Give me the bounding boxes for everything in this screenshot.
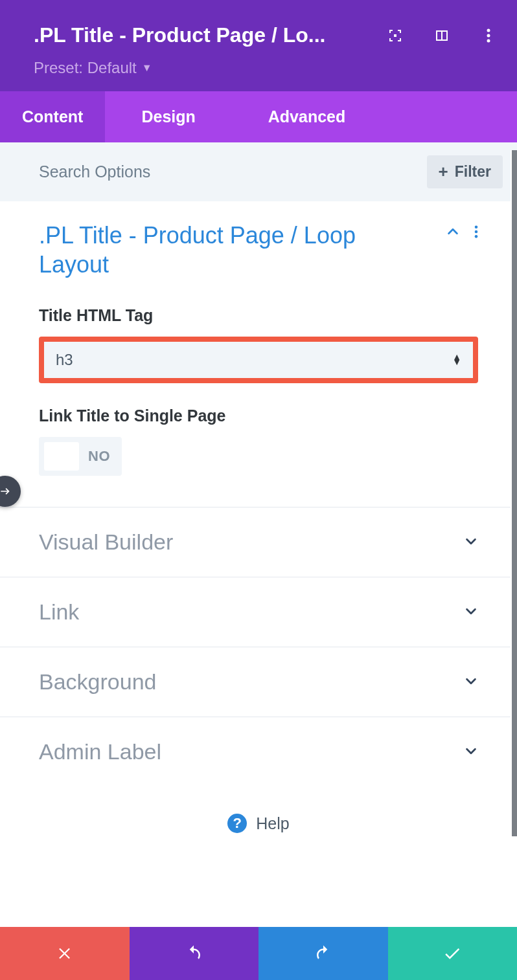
tab-advanced[interactable]: Advanced [232,91,382,142]
section-title[interactable]: .PL Title - Product Page / Loop Layout [39,221,402,279]
field-label: Title HTML Tag [39,306,478,325]
columns-icon[interactable] [433,27,451,45]
title-html-tag-select[interactable]: h3 ▲▼ [44,342,473,378]
svg-point-1 [487,28,490,32]
filter-label: Filter [455,163,491,181]
search-filter-bar: + Filter [0,142,517,201]
plus-icon: + [439,162,448,182]
caret-down-icon: ▼ [142,62,152,74]
link-title-toggle[interactable]: NO [39,437,122,476]
section-label: Link [39,599,79,625]
help-label: Help [256,814,289,833]
bracket-focus-icon[interactable] [386,27,404,45]
chevron-down-icon [464,744,478,761]
footer-action-bar [0,927,517,980]
svg-point-2 [487,34,490,37]
section-label: Admin Label [39,739,161,764]
modal-header: .PL Title - Product Page / Lo... Preset:… [0,0,517,91]
sort-arrows-icon: ▲▼ [452,355,461,364]
toggle-knob [44,442,79,471]
section-pl-title: .PL Title - Product Page / Loop Layout T… [0,201,517,507]
tab-bar: Content Design Advanced [0,91,517,142]
field-label: Link Title to Single Page [39,406,478,425]
svg-point-3 [487,39,490,42]
help-button[interactable]: ? Help [0,786,517,858]
section-title-row: .PL Title - Product Page / Loop Layout [39,221,478,279]
svg-point-4 [475,225,478,228]
content-area: .PL Title - Product Page / Loop Layout T… [0,201,517,858]
section-background[interactable]: Background [0,647,517,717]
highlighted-outline: h3 ▲▼ [39,337,478,383]
section-label: Visual Builder [39,529,173,555]
preset-label: Preset: Default [34,59,137,77]
select-value: h3 [56,351,73,369]
header-top-row: .PL Title - Product Page / Lo... [34,23,498,47]
save-button[interactable] [388,927,518,980]
scrollbar-thumb[interactable] [511,150,517,836]
tab-design[interactable]: Design [105,91,231,142]
section-link[interactable]: Link [0,577,517,647]
field-title-html-tag: Title HTML Tag h3 ▲▼ [39,306,478,383]
toggle-text: NO [88,448,110,465]
svg-rect-0 [394,34,396,37]
chevron-down-icon [464,674,478,691]
svg-point-6 [475,235,478,238]
chevron-down-icon [464,604,478,621]
field-link-title: Link Title to Single Page NO [39,406,478,507]
chevron-up-icon[interactable] [446,225,460,241]
header-title: .PL Title - Product Page / Lo... [34,23,325,47]
more-menu-icon[interactable] [474,225,478,241]
tab-content[interactable]: Content [0,91,105,142]
header-icon-group [386,27,498,45]
section-admin-label[interactable]: Admin Label [0,717,517,786]
chevron-down-icon [464,534,478,551]
section-visual-builder[interactable]: Visual Builder [0,507,517,577]
redo-button[interactable] [258,927,388,980]
more-menu-icon[interactable] [479,27,498,45]
help-icon: ? [227,814,247,833]
undo-button[interactable] [130,927,259,980]
filter-button[interactable]: + Filter [427,155,503,188]
scrollbar-track[interactable] [511,150,517,836]
preset-selector[interactable]: Preset: Default ▼ [34,59,498,77]
section-label: Background [39,669,156,695]
section-title-actions [446,225,478,241]
svg-point-5 [475,230,478,234]
search-input[interactable] [39,162,427,181]
cancel-button[interactable] [0,927,130,980]
